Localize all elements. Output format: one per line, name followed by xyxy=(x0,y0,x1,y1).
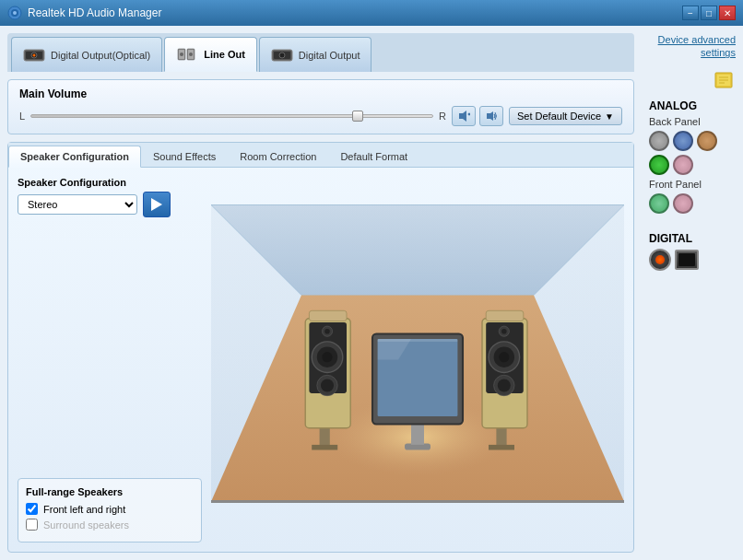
digitalout-tab-icon xyxy=(271,44,293,66)
left-panel: Digital Output(Optical) Line Out xyxy=(0,26,642,560)
main-container: Digital Output(Optical) Line Out xyxy=(0,26,743,560)
tab-sound-effects[interactable]: Sound Effects xyxy=(141,146,228,167)
back-panel-label: Back Panel xyxy=(649,116,736,127)
app-icon xyxy=(7,6,22,20)
volume-controls xyxy=(452,106,503,126)
connector-dot-3[interactable] xyxy=(697,131,717,151)
tab-digital-optical[interactable]: Digital Output(Optical) xyxy=(11,37,162,72)
connector-dot-5[interactable] xyxy=(673,155,693,175)
tab-line-out[interactable]: Line Out xyxy=(164,37,257,72)
svg-rect-54 xyxy=(378,339,458,342)
front-connector-dot-2[interactable] xyxy=(673,193,693,214)
svg-marker-16 xyxy=(459,111,466,122)
maximize-button[interactable]: □ xyxy=(701,6,717,20)
svg-point-45 xyxy=(501,329,507,334)
tab-digital-output[interactable]: Digital Output xyxy=(259,37,372,72)
notebook-icon-area xyxy=(649,71,736,92)
volume-slider[interactable] xyxy=(30,109,433,123)
right-panel: Device advanced settings ANALOG Back Pan… xyxy=(642,26,743,560)
digital-connectors xyxy=(649,249,736,271)
digital-header: DIGITAL xyxy=(649,232,736,245)
full-range-box: Full-range Speakers Front left and right… xyxy=(18,478,202,542)
volume-label: Main Volume xyxy=(19,88,622,100)
svg-rect-50 xyxy=(411,425,424,445)
window-controls: − □ ✕ xyxy=(682,6,736,20)
surround-speakers-checkbox[interactable] xyxy=(26,519,38,531)
analog-header: ANALOG xyxy=(649,99,736,112)
tab-room-correction[interactable]: Room Correction xyxy=(228,146,328,167)
lineout-tab-label: Line Out xyxy=(204,49,245,60)
play-icon xyxy=(151,198,162,211)
speaker-content: Speaker Configuration Stereo Quadraphoni… xyxy=(8,168,633,552)
svg-rect-38 xyxy=(489,445,514,450)
digital-port-inner xyxy=(678,253,695,266)
front-speakers-row: Front left and right xyxy=(26,503,194,515)
front-panel-dots xyxy=(649,193,736,214)
full-range-title: Full-range Speakers xyxy=(26,486,194,497)
svg-point-43 xyxy=(499,352,509,362)
svg-point-33 xyxy=(324,329,330,334)
svg-marker-19 xyxy=(487,111,493,121)
volume-right-label: R xyxy=(439,111,446,122)
svg-rect-48 xyxy=(486,310,524,321)
speaker-config-section: Speaker Configuration Stereo Quadraphoni… xyxy=(18,177,202,217)
front-panel-label: Front Panel xyxy=(649,179,736,190)
connector-dot-2[interactable] xyxy=(673,131,693,151)
digital-port[interactable] xyxy=(675,250,699,270)
digital-section: DIGITAL xyxy=(649,232,736,271)
speaker-config-select[interactable]: Stereo Quadraphonic 5.1 Speaker 7.1 Spea… xyxy=(18,194,137,215)
digitalout-tab-label: Digital Output xyxy=(299,50,360,61)
inner-tabs: Speaker Configuration Sound Effects Room… xyxy=(8,143,633,168)
surround-speakers-label: Surround speakers xyxy=(43,519,129,531)
speaker-visualization xyxy=(211,177,624,542)
volume-section: Main Volume L R xyxy=(7,79,634,134)
title-bar: Realtek HD Audio Manager − □ ✕ xyxy=(0,0,743,26)
front-connector-dot-1[interactable] xyxy=(649,193,669,214)
optical-tab-label: Digital Output(Optical) xyxy=(51,50,150,61)
volume-icon-button[interactable] xyxy=(479,106,503,126)
back-panel-dots xyxy=(649,131,736,175)
svg-point-31 xyxy=(322,352,332,362)
surround-speakers-row: Surround speakers xyxy=(26,519,194,531)
optical-inner xyxy=(655,255,665,264)
front-speakers-label: Front left and right xyxy=(43,504,125,515)
mute-button[interactable] xyxy=(452,106,476,126)
speaker-select-row: Stereo Quadraphonic 5.1 Speaker 7.1 Spea… xyxy=(18,192,202,217)
svg-point-47 xyxy=(498,379,511,392)
front-speakers-checkbox[interactable] xyxy=(26,503,38,515)
notebook-icon xyxy=(714,71,736,89)
speaker-config-section-label: Speaker Configuration xyxy=(18,177,202,188)
play-button[interactable] xyxy=(143,192,171,217)
svg-point-2 xyxy=(13,11,17,15)
svg-rect-26 xyxy=(312,445,337,450)
tab-speaker-configuration[interactable]: Speaker Configuration xyxy=(8,146,141,168)
close-button[interactable]: ✕ xyxy=(719,6,736,20)
device-tabs: Digital Output(Optical) Line Out xyxy=(7,33,634,72)
volume-row: L R xyxy=(19,106,622,126)
connector-dot-4-active[interactable] xyxy=(649,155,669,175)
window-title: Realtek HD Audio Manager xyxy=(28,6,682,19)
set-default-button[interactable]: Set Default Device ▼ xyxy=(509,107,622,125)
volume-left-label: L xyxy=(19,111,25,122)
svg-point-6 xyxy=(33,53,36,56)
optical-tab-icon xyxy=(23,44,45,66)
svg-point-15 xyxy=(279,52,285,58)
inner-tabs-container: Speaker Configuration Sound Effects Room… xyxy=(7,142,634,553)
svg-point-12 xyxy=(189,52,193,56)
analog-section: ANALOG Back Panel Front Panel xyxy=(649,99,736,217)
lineout-tab-icon xyxy=(176,43,198,65)
svg-point-11 xyxy=(180,52,183,56)
device-advanced-link[interactable]: Device advanced settings xyxy=(649,33,736,60)
svg-point-35 xyxy=(321,379,334,392)
speaker-left-controls: Speaker Configuration Stereo Quadraphoni… xyxy=(18,177,202,542)
svg-rect-36 xyxy=(309,310,347,321)
minimize-button[interactable]: − xyxy=(682,6,699,20)
optical-connector[interactable] xyxy=(649,249,671,271)
connector-dot-1[interactable] xyxy=(649,131,669,151)
tab-default-format[interactable]: Default Format xyxy=(328,146,419,167)
dropdown-arrow-icon: ▼ xyxy=(605,111,614,122)
